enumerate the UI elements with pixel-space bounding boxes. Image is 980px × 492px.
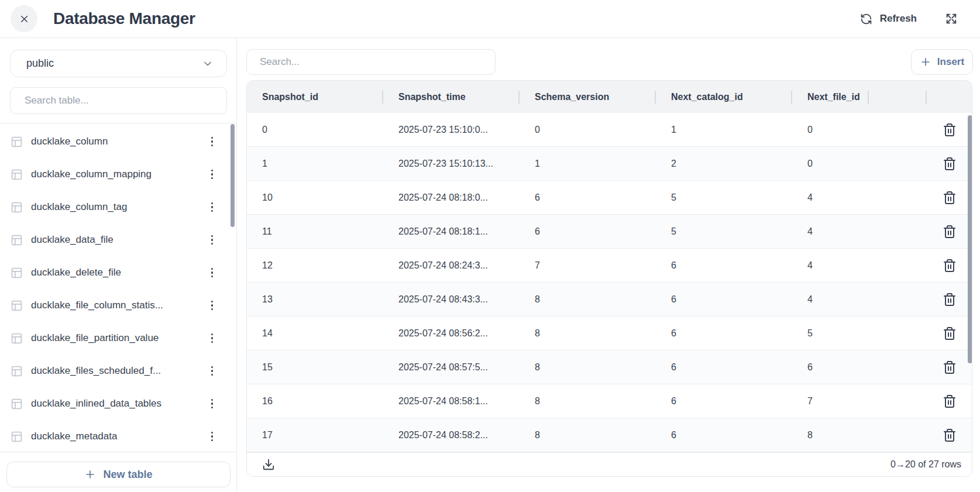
cell-schema-version: 8 (520, 430, 656, 441)
cell-snapshot-id: 0 (247, 125, 383, 135)
delete-row-button[interactable] (938, 424, 961, 447)
schema-select[interactable]: public (10, 50, 227, 77)
table-row[interactable]: 15 2025-07-24 08:57:5... 8 6 6 (247, 350, 972, 384)
table-item-name: ducklake_files_scheduled_f... (31, 365, 209, 377)
table-row[interactable]: 1 2025-07-23 15:10:13... 1 2 0 (247, 147, 972, 181)
cell-snapshot-id: 13 (247, 294, 383, 305)
cell-snapshot-id: 14 (247, 328, 383, 339)
table-row[interactable]: 16 2025-07-24 08:58:1... 8 6 7 (247, 384, 972, 418)
cell-snapshot-id: 17 (247, 430, 383, 441)
cell-snapshot-time: 2025-07-24 08:18:0... (383, 192, 520, 203)
table-icon (11, 332, 23, 345)
delete-row-button[interactable] (938, 186, 961, 209)
cell-actions (927, 283, 972, 316)
table-row[interactable]: 11 2025-07-24 08:18:1... 6 5 4 (247, 215, 972, 249)
trash-icon (943, 123, 957, 137)
kebab-menu-icon[interactable] (209, 429, 215, 444)
sidebar-table-item[interactable]: ducklake_inlined_data_tables (0, 387, 237, 420)
kebab-menu-icon[interactable] (209, 233, 215, 247)
cell-next-file-id: 4 (792, 226, 869, 237)
column-header-next-catalog-id: Next_catalog_id (656, 81, 792, 113)
table-icon (11, 234, 23, 246)
sidebar-table-item[interactable]: ducklake_file_partition_value (0, 322, 237, 355)
new-table-button[interactable]: New table (6, 462, 231, 487)
column-header-actions (927, 81, 972, 113)
cell-snapshot-time: 2025-07-24 08:57:5... (383, 362, 520, 373)
refresh-button[interactable]: Refresh (860, 13, 917, 25)
delete-row-button[interactable] (938, 322, 961, 345)
delete-row-button[interactable] (938, 220, 961, 243)
fullscreen-button[interactable] (945, 12, 958, 25)
sidebar-table-item[interactable]: ducklake_metadata (0, 420, 237, 452)
cell-next-catalog-id: 6 (656, 430, 792, 441)
delete-row-button[interactable] (938, 390, 961, 413)
cell-next-catalog-id: 1 (656, 125, 792, 135)
cell-actions (927, 418, 972, 452)
cell-next-catalog-id: 6 (656, 328, 792, 339)
table-row[interactable]: 13 2025-07-24 08:43:3... 8 6 4 (247, 283, 972, 316)
sidebar-table-item[interactable]: ducklake_column_tag (0, 191, 237, 223)
cell-snapshot-time: 2025-07-24 08:56:2... (383, 328, 520, 339)
cell-snapshot-id: 16 (247, 396, 383, 407)
delete-row-button[interactable] (938, 254, 961, 277)
close-button[interactable] (11, 5, 37, 32)
table-row[interactable]: 10 2025-07-24 08:18:0... 6 5 4 (247, 181, 972, 215)
trash-icon (943, 394, 957, 408)
sidebar: public ducklake_column (0, 38, 237, 492)
cell-actions (927, 249, 972, 282)
cell-schema-version: 6 (520, 226, 656, 237)
sidebar-table-item[interactable]: ducklake_files_scheduled_f... (0, 355, 237, 387)
kebab-menu-icon[interactable] (209, 397, 215, 411)
column-header-schema-version: Schema_version (520, 81, 656, 113)
kebab-menu-icon[interactable] (209, 298, 215, 313)
topbar: Database Manager Refresh (0, 0, 980, 38)
sidebar-table-item[interactable]: ducklake_column (0, 125, 237, 158)
cell-actions (927, 384, 972, 418)
search-input[interactable] (246, 49, 496, 75)
close-icon (19, 13, 30, 25)
cell-next-file-id: 8 (792, 430, 869, 441)
kebab-menu-icon[interactable] (209, 331, 215, 346)
sidebar-table-item[interactable]: ducklake_file_column_statis... (0, 289, 237, 322)
table-search-input[interactable] (10, 87, 227, 114)
cell-next-catalog-id: 6 (656, 396, 792, 407)
table-scrollbar[interactable] (968, 115, 972, 363)
cell-snapshot-time: 2025-07-23 15:10:0... (383, 125, 520, 135)
table-row[interactable]: 14 2025-07-24 08:56:2... 8 6 5 (247, 316, 972, 350)
download-icon (262, 458, 275, 471)
table-row[interactable]: 0 2025-07-23 15:10:0... 0 1 0 (247, 113, 972, 147)
delete-row-button[interactable] (938, 288, 961, 311)
delete-row-button[interactable] (938, 118, 961, 142)
table-row[interactable]: 17 2025-07-24 08:58:2... 8 6 8 (247, 418, 972, 452)
sidebar-table-item[interactable]: ducklake_data_file (0, 223, 237, 256)
table-list: ducklake_column ducklake_column_mapping (0, 125, 237, 452)
table-icon (11, 136, 23, 148)
kebab-menu-icon[interactable] (209, 167, 215, 182)
column-header-snapshot-time: Snapshot_time (383, 81, 520, 113)
sidebar-table-item[interactable]: ducklake_column_mapping (0, 158, 237, 191)
cell-next-file-id: 7 (792, 396, 869, 407)
chevron-down-icon (202, 58, 214, 70)
cell-snapshot-time: 2025-07-24 08:58:1... (383, 396, 520, 407)
refresh-icon (860, 13, 872, 25)
trash-icon (943, 428, 957, 442)
insert-label: Insert (937, 56, 964, 68)
insert-button[interactable]: Insert (911, 49, 973, 75)
kebab-menu-icon[interactable] (209, 135, 215, 149)
table-footer: 0→20 of 27 rows (247, 452, 972, 476)
cell-snapshot-time: 2025-07-23 15:10:13... (383, 159, 520, 169)
trash-icon (943, 360, 957, 374)
delete-row-button[interactable] (938, 152, 961, 176)
table-item-name: ducklake_file_column_statis... (31, 300, 209, 311)
kebab-menu-icon[interactable] (209, 200, 215, 215)
download-button[interactable] (262, 458, 275, 471)
delete-row-button[interactable] (938, 356, 961, 379)
sidebar-scrollbar[interactable] (231, 124, 235, 227)
table-row[interactable]: 12 2025-07-24 08:24:3... 7 6 4 (247, 249, 972, 283)
cell-schema-version: 7 (520, 260, 656, 271)
plus-icon (920, 56, 931, 68)
kebab-menu-icon[interactable] (209, 364, 215, 379)
table-item-name: ducklake_data_file (31, 234, 209, 246)
sidebar-table-item[interactable]: ducklake_delete_file (0, 256, 237, 289)
kebab-menu-icon[interactable] (209, 266, 215, 280)
